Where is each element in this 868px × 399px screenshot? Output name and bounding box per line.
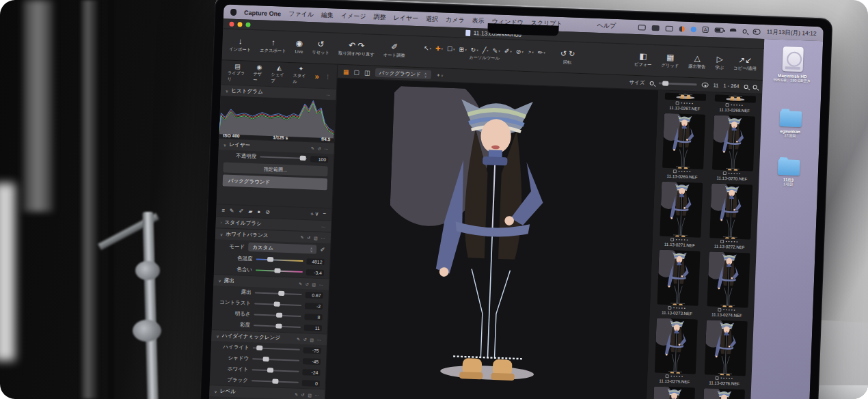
collapse-icon[interactable]: ∨ [220,232,223,236]
menu-item[interactable]: カメラ [446,16,465,25]
toolbar-button[interactable]: ◧ ビフォー [634,52,652,68]
thumbnail-cell[interactable]: ••••• 11.13-0275.NEF [652,318,699,384]
cursor-tool-button[interactable]: ◔ ▾ [528,49,534,55]
thumbnail-image[interactable] [707,251,750,307]
thumbnail-cell[interactable]: ••••• 11.13-0277.NEF [649,386,696,399]
bluetooth-status-icon[interactable] [691,27,696,32]
main-photo[interactable] [383,86,601,391]
cursor-tool-button[interactable]: ↖ ▾ [424,44,431,51]
apple-menu-icon[interactable] [230,8,236,15]
menubar-clock[interactable]: 11月13日(月) 14:12 [766,28,816,38]
thumbnail-cell[interactable]: ••••• 11.13-0271.NEF [657,181,705,247]
cursor-tool-button[interactable]: ⊘ ▾ [516,48,524,55]
slider-track[interactable] [253,347,300,350]
slider-value[interactable]: 0 [302,380,320,387]
cursor-tool-button[interactable]: ✎ ▾ [493,47,500,54]
slider-handle[interactable] [662,81,668,85]
menu-item[interactable]: レイヤー [393,14,418,23]
thumbnail-image[interactable] [654,318,697,374]
wifi-icon[interactable] [729,28,736,33]
slider-handle[interactable] [272,379,278,384]
chevron-down-icon[interactable]: ▾ [441,46,443,51]
select-checkbox[interactable] [718,307,721,311]
select-checkbox[interactable] [725,103,729,107]
display-icon[interactable] [666,25,673,31]
toolbar-button[interactable]: ▦ グリッド [661,53,679,69]
wb-mode-select[interactable]: カスタム ∧∨ [248,243,317,254]
chevron-down-icon[interactable]: ▾ [453,47,455,51]
slider-track[interactable] [254,303,301,306]
menu-item[interactable]: 編集 [321,11,334,20]
slider-handle[interactable] [267,257,273,262]
cursor-tool-button[interactable]: ↻ ▾ [471,46,478,53]
sidebar-tab[interactable]: ✦ スタイル [293,66,309,85]
toolbar-button[interactable]: ✐ オート調整 [383,42,406,59]
thumbnail-image[interactable] [709,183,752,239]
thumbnail-image[interactable] [660,182,703,238]
thumbnail-image[interactable] [662,113,705,169]
collapse-icon[interactable]: ∨ [218,278,221,283]
cursor-tool-button[interactable]: ╱ ▾ [483,47,489,54]
cursor-tool-button[interactable]: ✏ ▾ [538,49,545,56]
chevron-down-icon[interactable]: ▾ [543,51,545,55]
tint-slider[interactable] [256,269,303,273]
select-checkbox[interactable] [668,306,671,309]
control-center-icon[interactable] [752,29,760,34]
cursor-tool-button[interactable]: ⊞ ▾ [459,46,466,53]
slider-handle[interactable] [300,156,306,161]
slider-track[interactable] [252,358,299,361]
rating-dots[interactable]: ••••• [726,239,740,244]
folder-icon-egawakan[interactable] [779,111,802,127]
select-checkbox[interactable] [675,101,679,105]
color-profile-icon[interactable] [679,26,685,31]
chevron-down-icon[interactable]: ▾ [476,48,478,52]
rating-dots[interactable]: ••••• [731,102,744,107]
temp-slider[interactable] [256,258,303,262]
collapse-icon[interactable]: ∨ [223,142,227,147]
select-checkbox[interactable] [715,376,718,379]
app-menu[interactable]: Capture One [244,9,281,17]
toolbar-button[interactable]: △ 露出警告 [688,54,706,70]
toolbar-button[interactable]: ↗↙ コピー/適用 [733,55,757,72]
toolbar-button[interactable]: ↶ ↷ 取り消す/やり直す [338,41,375,58]
brush2-icon[interactable]: ✐ [239,208,243,214]
select-checkbox[interactable] [673,169,676,173]
slider-handle[interactable] [276,324,282,329]
spotlight-icon[interactable] [742,29,746,33]
cursor-tool-button[interactable]: ☐ ▾ [447,46,455,53]
rating-dots[interactable]: ••••• [723,307,737,312]
slider-value[interactable]: -24 [302,369,320,376]
thumbnail-cell[interactable]: ••••• 11.13-0268.NEF [712,94,757,113]
keyboard-icon[interactable] [652,25,660,30]
thumbnail-cell[interactable]: ••••• 11.13-0270.NEF [709,115,757,181]
toolbar-button[interactable]: ▷ 学ぶ [715,55,724,70]
slider-track[interactable] [254,325,301,328]
chevron-down-icon[interactable]: ▾ [510,49,512,53]
rating-dots[interactable]: ••••• [681,101,694,106]
minimize-button[interactable] [237,22,242,27]
rating-dots[interactable]: ••••• [720,376,734,381]
slider-handle[interactable] [274,269,280,273]
add-layer-icon[interactable]: ＋∨ [309,210,318,218]
slider-handle[interactable] [256,346,262,350]
search-icon[interactable] [744,85,748,89]
thumbnail-cell[interactable]: ••••• 11.13-0273.NEF [655,249,702,316]
cursor-tool-button[interactable]: ✚ ▾ [435,45,443,52]
slider-handle[interactable] [278,291,284,296]
select-checkbox[interactable] [720,239,724,243]
brush-icon[interactable]: ✎ [230,208,234,214]
close-button[interactable] [229,21,234,26]
thumbnail-image[interactable] [712,115,755,171]
thumbnail-cell[interactable]: ••••• 11.13-0267.NEF [662,93,707,111]
section-icons[interactable]: ✎ ↺ ▤ ⋯ [299,281,324,286]
section-icons[interactable]: ✎ ↺ ▤ ⋯ [297,336,322,342]
single-view-icon[interactable]: ▢ [353,68,360,75]
zoom-button[interactable] [245,22,250,27]
rating-dots[interactable]: ••••• [676,237,690,242]
add-clone-layer-button[interactable]: ＋∨ [435,72,444,79]
filter-loupe-icon[interactable] [752,85,757,89]
slider-value[interactable]: 11 [304,325,322,331]
slider-handle[interactable] [267,368,273,372]
select-checkbox[interactable] [722,171,726,174]
rating-dots[interactable]: ••••• [673,305,687,310]
